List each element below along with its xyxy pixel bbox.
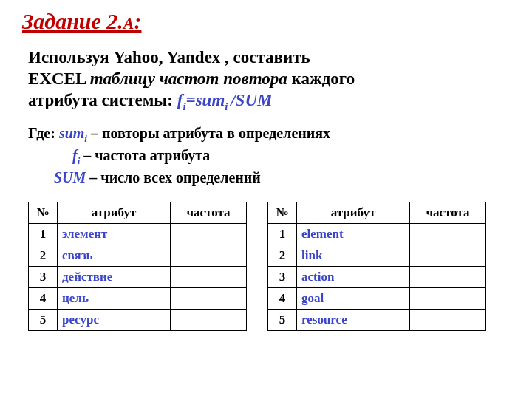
- table-row: 3действие: [29, 266, 247, 287]
- def-f-pad: [28, 147, 72, 163]
- cell-num: 1: [268, 223, 297, 245]
- heading-main: Задание 2.: [22, 9, 123, 33]
- table-header-row: № атрибут частота: [29, 202, 247, 223]
- intro-line2c: каждого: [287, 69, 355, 88]
- def-f-sym: f: [72, 147, 78, 163]
- freq-table-left: № атрибут частота 1элемент 2связь 3дейст…: [28, 202, 247, 331]
- tables-row: № атрибут частота 1элемент 2связь 3дейст…: [28, 202, 510, 331]
- cell-freq: [171, 309, 247, 330]
- cell-num: 3: [268, 266, 297, 287]
- cell-num: 3: [29, 266, 58, 287]
- table-row: 2связь: [29, 245, 247, 266]
- cell-num: 4: [268, 287, 297, 309]
- th-freq: частота: [171, 202, 247, 223]
- formula: fi=sumi /SUM: [177, 91, 273, 109]
- heading-colon: :: [134, 9, 142, 33]
- slide: Задание 2.А: Используя Yahoo, Yandex , с…: [0, 0, 532, 331]
- cell-freq: [410, 266, 486, 287]
- cell-attr: элемент: [58, 223, 171, 245]
- table-row: 2link: [268, 245, 486, 266]
- def-f-desc: – частота атрибута: [80, 147, 210, 163]
- cell-attr: связь: [58, 245, 171, 266]
- table-row: 4goal: [268, 287, 486, 309]
- def-f: fi – частота атрибута: [28, 146, 510, 168]
- def-cap-sum-pad: [28, 169, 54, 185]
- formula-eq: =sum: [186, 91, 225, 109]
- th-num: №: [29, 202, 58, 223]
- intro-line3a: атрибута системы:: [28, 91, 177, 109]
- table-row: 1элемент: [29, 223, 247, 245]
- formula-div: /SUM: [231, 91, 272, 109]
- table-row: 5ресурс: [29, 309, 247, 330]
- cell-num: 2: [29, 245, 58, 266]
- cell-attr: goal: [297, 287, 410, 309]
- intro-line1: Используя Yahoo, Yandex , составить: [28, 48, 310, 66]
- cell-num: 2: [268, 245, 297, 266]
- cell-freq: [171, 287, 247, 309]
- cell-num: 1: [29, 223, 58, 245]
- cell-num: 5: [268, 309, 297, 330]
- cell-freq: [171, 245, 247, 266]
- def-cap-sum-sym: SUM: [54, 169, 86, 185]
- table-row: 1element: [268, 223, 486, 245]
- th-attr: атрибут: [297, 202, 410, 223]
- definitions: Где: sumi – повторы атрибута в определен…: [28, 123, 510, 187]
- def-sum-sym: sum: [59, 125, 84, 141]
- th-num: №: [268, 202, 297, 223]
- cell-freq: [410, 309, 486, 330]
- def-cap-sum-desc: – число всех определений: [86, 169, 260, 185]
- cell-attr: цель: [58, 287, 171, 309]
- intro-line2a: EXCEL: [28, 69, 90, 88]
- cell-freq: [410, 223, 486, 245]
- table-row: 5resource: [268, 309, 486, 330]
- cell-freq: [171, 223, 247, 245]
- intro-text: Используя Yahoo, Yandex , составить EXCE…: [28, 47, 508, 113]
- cell-freq: [410, 245, 486, 266]
- def-cap-sum: SUM – число всех определений: [28, 168, 510, 187]
- cell-attr: ресурс: [58, 309, 171, 330]
- intro-line2b: таблицу частот повтора: [90, 69, 287, 88]
- th-attr: атрибут: [58, 202, 171, 223]
- cell-freq: [410, 287, 486, 309]
- th-freq: частота: [410, 202, 486, 223]
- cell-attr: link: [297, 245, 410, 266]
- cell-attr: resource: [297, 309, 410, 330]
- heading: Задание 2.А:: [22, 9, 510, 34]
- cell-num: 4: [29, 287, 58, 309]
- def-sum: Где: sumi – повторы атрибута в определен…: [28, 123, 510, 146]
- cell-attr: action: [297, 266, 410, 287]
- def-where: Где:: [28, 125, 59, 141]
- cell-attr: element: [297, 223, 410, 245]
- def-sum-desc: – повторы атрибута в определениях: [87, 125, 330, 141]
- freq-table-right: № атрибут частота 1element 2link 3action…: [267, 202, 486, 331]
- table-row: 3action: [268, 266, 486, 287]
- table-row: 4цель: [29, 287, 247, 309]
- cell-attr: действие: [58, 266, 171, 287]
- heading-sub: А: [123, 14, 134, 33]
- table-header-row: № атрибут частота: [268, 202, 486, 223]
- cell-num: 5: [29, 309, 58, 330]
- cell-freq: [171, 266, 247, 287]
